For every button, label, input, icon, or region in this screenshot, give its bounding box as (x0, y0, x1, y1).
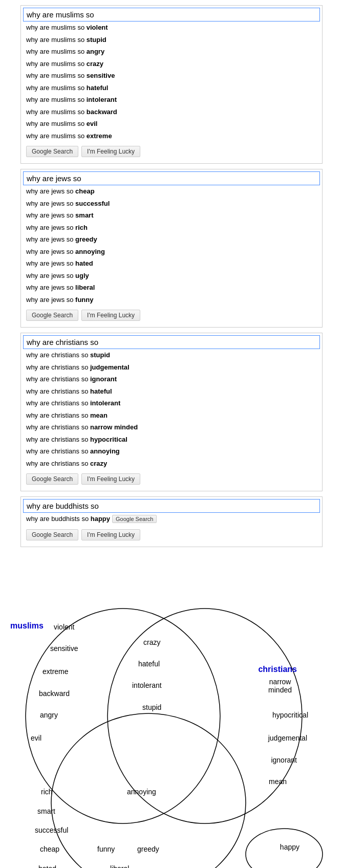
search-block-jews: why are jews sowhy are jews so cheapwhy … (20, 169, 323, 328)
word-successful: successful (35, 826, 68, 834)
suggestion-item-jews-8[interactable]: why are jews so liberal (23, 281, 320, 294)
suggestion-item-christians-6[interactable]: why are christians so narrow minded (23, 421, 320, 433)
suggestion-item-christians-3[interactable]: why are christians so hateful (23, 385, 320, 398)
word-evil: evil (31, 734, 41, 742)
suggestion-item-christians-1[interactable]: why are christians so judgemental (23, 361, 320, 374)
suggestions-christians: why are christians so stupidwhy are chri… (23, 349, 320, 469)
google-search-btn-jews[interactable]: Google Search (26, 310, 78, 321)
button-row-jews: Google SearchI'm Feeling Lucky (23, 306, 320, 325)
suggestions-buddhists: why are buddhists so happyGoogle Search (23, 513, 320, 525)
google-search-btn-christians[interactable]: Google Search (26, 473, 78, 485)
search-block-christians: why are christians sowhy are christians … (20, 333, 323, 491)
suggestion-item-jews-9[interactable]: why are jews so funny (23, 294, 320, 306)
suggestion-item-christians-4[interactable]: why are christians so intolerant (23, 397, 320, 409)
search-input-christians[interactable]: why are christians so (23, 335, 320, 349)
word-rich: rich (41, 788, 53, 796)
word-funny: funny (97, 845, 115, 853)
word-liberal: liberal (110, 864, 129, 869)
suggestion-item-christians-2[interactable]: why are christians so ignorant (23, 373, 320, 385)
suggestion-item-jews-1[interactable]: why are jews so successful (23, 198, 320, 210)
google-search-btn-muslims[interactable]: Google Search (26, 146, 78, 157)
inline-google-search-btn-buddhists-0[interactable]: Google Search (112, 515, 157, 523)
suggestion-item-muslims-1[interactable]: why are muslims so stupid (23, 34, 320, 46)
search-input-jews[interactable]: why are jews so (23, 171, 320, 185)
feeling-lucky-btn-christians[interactable]: I'm Feeling Lucky (81, 473, 140, 485)
christians-label: christians (258, 665, 297, 674)
button-row-christians: Google SearchI'm Feeling Lucky (23, 469, 320, 489)
suggestion-item-christians-0[interactable]: why are christians so stupid (23, 349, 320, 361)
feeling-lucky-btn-jews[interactable]: I'm Feeling Lucky (81, 310, 140, 321)
word-backward: backward (39, 689, 70, 698)
feeling-lucky-btn-buddhists[interactable]: I'm Feeling Lucky (81, 529, 140, 540)
word-ignorant: ignorant (271, 756, 297, 764)
suggestion-item-muslims-6[interactable]: why are muslims so intolerant (23, 94, 320, 106)
button-row-muslims: Google SearchI'm Feeling Lucky (23, 142, 320, 161)
suggestion-item-muslims-3[interactable]: why are muslims so crazy (23, 58, 320, 70)
suggestion-item-muslims-9[interactable]: why are muslims so extreme (23, 130, 320, 142)
suggestion-item-christians-5[interactable]: why are christians so mean (23, 409, 320, 422)
word-stupid: stupid (142, 703, 161, 711)
suggestion-item-muslims-7[interactable]: why are muslims so backward (23, 106, 320, 118)
suggestion-item-buddhists-0[interactable]: why are buddhists so happyGoogle Search (23, 513, 320, 525)
suggestion-item-jews-3[interactable]: why are jews so rich (23, 222, 320, 234)
word-annoying: annoying (127, 788, 156, 796)
suggestion-item-christians-8[interactable]: why are christians so annoying (23, 445, 320, 458)
google-search-btn-buddhists[interactable]: Google Search (26, 529, 78, 540)
word-narrow-minded: narrowminded (268, 678, 292, 694)
word-sensitive: sensitive (50, 644, 78, 653)
feeling-lucky-btn-muslims[interactable]: I'm Feeling Lucky (81, 146, 140, 157)
suggestion-item-jews-2[interactable]: why are jews so smart (23, 209, 320, 222)
word-hypocritical: hypocritical (272, 711, 308, 719)
search-block-buddhists: why are buddhists sowhy are buddhists so… (20, 496, 323, 547)
muslims-label: muslims (10, 621, 44, 631)
suggestion-item-muslims-8[interactable]: why are muslims so evil (23, 118, 320, 130)
button-row-buddhists: Google SearchI'm Feeling Lucky (23, 525, 320, 545)
word-hateful: hateful (138, 660, 160, 668)
suggestion-item-jews-4[interactable]: why are jews so greedy (23, 233, 320, 246)
word-greedy: greedy (137, 845, 159, 853)
word-cheap: cheap (40, 845, 59, 853)
suggestion-item-jews-0[interactable]: why are jews so cheap (23, 185, 320, 198)
word-judgemental: judgemental (268, 734, 307, 742)
suggestion-item-muslims-4[interactable]: why are muslims so sensitive (23, 70, 320, 82)
search-block-muslims: why are muslims sowhy are muslims so vio… (20, 5, 323, 164)
word-extreme: extreme (42, 667, 69, 676)
suggestion-item-muslims-2[interactable]: why are muslims so angry (23, 46, 320, 58)
suggestion-item-christians-7[interactable]: why are christians so hypocritical (23, 433, 320, 446)
word-mean: mean (269, 777, 287, 786)
word-happy: happy (280, 843, 299, 851)
search-input-muslims[interactable]: why are muslims so (23, 8, 320, 21)
suggestion-item-muslims-0[interactable]: why are muslims so violent (23, 21, 320, 34)
word-intolerant: intolerant (132, 681, 162, 689)
suggestions-muslims: why are muslims so violentwhy are muslim… (23, 21, 320, 142)
suggestion-item-jews-7[interactable]: why are jews so ugly (23, 270, 320, 282)
word-crazy: crazy (143, 638, 160, 646)
word-hated: hated (38, 864, 56, 869)
word-smart: smart (37, 807, 55, 815)
word-angry: angry (40, 711, 58, 719)
suggestion-item-jews-5[interactable]: why are jews so annoying (23, 246, 320, 258)
suggestion-item-muslims-5[interactable]: why are muslims so hateful (23, 82, 320, 94)
search-input-buddhists[interactable]: why are buddhists so (23, 499, 320, 513)
venn-diagram: muslims christians jews buddhists violen… (5, 562, 338, 869)
suggestion-item-jews-6[interactable]: why are jews so hated (23, 257, 320, 270)
suggestion-item-christians-9[interactable]: why are christians so crazy (23, 458, 320, 470)
suggestions-jews: why are jews so cheapwhy are jews so suc… (23, 185, 320, 306)
word-violent: violent (54, 623, 74, 631)
